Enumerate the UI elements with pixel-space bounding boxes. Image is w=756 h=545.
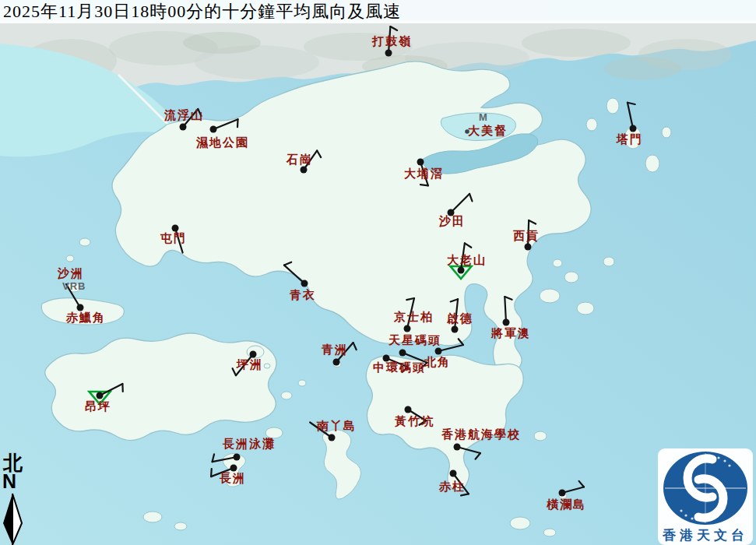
station-dot bbox=[525, 244, 532, 251]
wind-barb-staff bbox=[528, 220, 529, 247]
station-dot bbox=[454, 444, 461, 451]
station-dot bbox=[77, 304, 84, 311]
station-dot bbox=[301, 280, 308, 287]
wind-barb-tick bbox=[420, 185, 428, 185]
wind-barb-tick bbox=[211, 469, 212, 476]
station-dot bbox=[503, 319, 510, 326]
station-dot bbox=[97, 392, 104, 399]
station-dot bbox=[417, 159, 424, 166]
station-dot bbox=[250, 351, 257, 358]
wind-map-screen: 2025年11月30日18時00分的十分鐘平均風向及風速 打鼓嶺流浮山濕地公園石… bbox=[0, 0, 756, 545]
station-dot bbox=[234, 454, 241, 461]
station-dot bbox=[399, 350, 406, 357]
station-dot bbox=[630, 125, 637, 132]
compass: 北 N bbox=[2, 453, 28, 490]
station-dot bbox=[210, 126, 217, 133]
station-dot bbox=[301, 167, 308, 174]
station-dot bbox=[450, 470, 457, 477]
station-dot bbox=[559, 490, 566, 497]
hong-kong-map bbox=[0, 0, 756, 545]
compass-north-letter: N bbox=[2, 473, 28, 490]
hko-logo: 香港天文台 HONG KONG OBSERVATORY bbox=[658, 448, 753, 545]
wind-barb-tick bbox=[237, 119, 238, 127]
station-dot bbox=[333, 359, 340, 366]
hko-logo-name-zh: 香港天文台 bbox=[658, 526, 753, 544]
hko-logo-emblem bbox=[658, 448, 753, 525]
station-dot bbox=[452, 326, 459, 333]
station-dot bbox=[329, 434, 336, 441]
title-bar: 2025年11月30日18時00分的十分鐘平均風向及風速 bbox=[0, 0, 756, 23]
station-dot bbox=[448, 209, 455, 216]
station-dot bbox=[172, 225, 179, 232]
station-dot bbox=[230, 465, 237, 472]
map-title: 2025年11月30日18時00分的十分鐘平均風向及風速 bbox=[0, 0, 401, 23]
station-dot bbox=[405, 406, 412, 413]
station-dot bbox=[404, 325, 411, 332]
station-dot bbox=[180, 124, 187, 131]
station-dot bbox=[458, 267, 465, 274]
station-dot bbox=[435, 348, 442, 355]
station-dot bbox=[385, 50, 392, 57]
station-dot bbox=[465, 129, 469, 134]
station-dot bbox=[383, 355, 390, 362]
